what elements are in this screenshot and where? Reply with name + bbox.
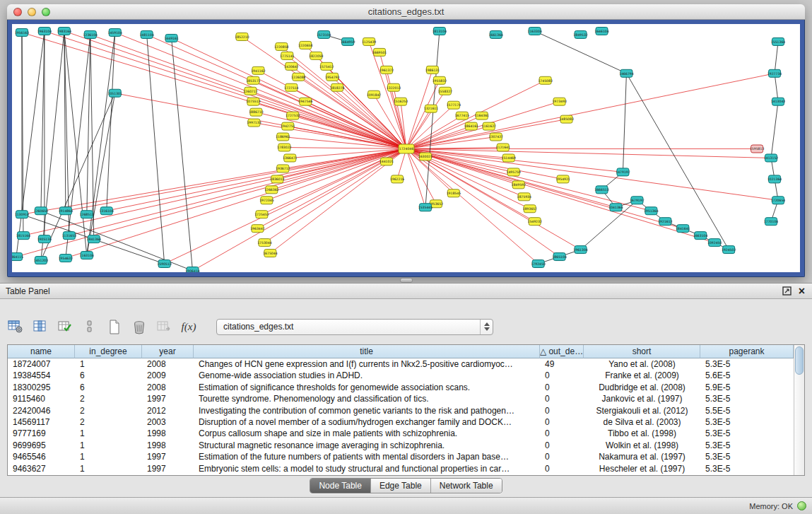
graph-node[interactable]: 1459104 xyxy=(108,28,122,36)
graph-node[interactable]: 1905134 xyxy=(37,235,52,243)
graph-node[interactable]: 1963447 xyxy=(250,225,264,233)
table-row[interactable]: 1872400712008Changes of HCN gene express… xyxy=(8,358,794,370)
graph-node[interactable]: 1775141 xyxy=(280,52,294,59)
graph-node[interactable]: 1679197 xyxy=(630,197,644,204)
table-settings-icon[interactable] xyxy=(7,318,24,335)
graph-node[interactable]: 1577174 xyxy=(447,101,461,109)
graph-node[interactable]: 1322013 xyxy=(387,83,401,91)
graph-node[interactable]: 1646104 xyxy=(594,27,608,35)
graph-node[interactable]: 1595813 xyxy=(750,145,764,153)
graph-node[interactable]: 1906414 xyxy=(185,267,199,272)
graph-node[interactable]: 1770104 xyxy=(764,218,778,226)
graph-node[interactable]: 1745083 xyxy=(538,76,552,84)
scrollbar-thumb[interactable] xyxy=(795,346,804,375)
graph-node[interactable]: 1675044 xyxy=(263,250,277,257)
graph-node[interactable]: 1727532 xyxy=(286,112,300,119)
graph-node[interactable]: 1266362 xyxy=(264,186,278,194)
graph-node[interactable]: 1021364 xyxy=(767,175,782,183)
graph-node[interactable]: 1307427 xyxy=(489,133,503,141)
graph-node[interactable]: 1951364 xyxy=(644,207,658,215)
tab-network-table[interactable]: Network Table xyxy=(430,479,502,493)
graph-edge-red[interactable] xyxy=(69,148,406,235)
graph-node[interactable]: 1936717 xyxy=(276,165,290,173)
graph-node[interactable]: 1954632 xyxy=(59,255,73,262)
graph-node[interactable]: 1963104 xyxy=(37,27,52,35)
window-titlebar[interactable]: citations_edges.txt xyxy=(7,4,805,20)
graph-node[interactable]: 1551364 xyxy=(771,37,785,45)
graph-node[interactable]: 1961372 xyxy=(379,66,394,74)
graph-node[interactable]: 1813104 xyxy=(433,27,447,35)
graph-node[interactable]: 1961304 xyxy=(573,246,587,254)
graph-edge-black[interactable] xyxy=(626,74,729,250)
graph-edge-black[interactable] xyxy=(16,31,45,257)
graph-edge-black[interactable] xyxy=(87,93,115,255)
graph-node[interactable]: 1664959 xyxy=(341,37,355,45)
graph-edge-red[interactable] xyxy=(406,148,683,228)
graph-node[interactable]: 1495759 xyxy=(507,168,521,176)
graph-node[interactable]: 1516253 xyxy=(394,98,408,105)
graph-node[interactable]: 1727514 xyxy=(284,83,298,91)
graph-node[interactable]: 1822058 xyxy=(309,52,323,59)
graph-node[interactable]: 1466794 xyxy=(619,69,633,77)
graph-node[interactable]: 1558327 xyxy=(438,87,452,95)
graph-node[interactable]: 1983164 xyxy=(57,27,71,35)
graph-node[interactable]: 1986131 xyxy=(425,66,440,74)
graph-node[interactable]: 1956163 xyxy=(15,28,29,36)
graph-node[interactable]: 1875934 xyxy=(517,193,531,201)
graph-node[interactable]: 1364115 xyxy=(12,253,23,261)
graph-node[interactable]: 1942751 xyxy=(281,122,295,130)
table-select-dropdown[interactable]: citations_edges.txt xyxy=(216,319,493,335)
float-panel-icon[interactable] xyxy=(782,286,792,296)
graph-node[interactable]: 1164361 xyxy=(475,112,489,119)
graph-node[interactable]: 1927734 xyxy=(767,69,782,77)
graph-node[interactable]: 1865104 xyxy=(552,253,566,261)
graph-node[interactable]: 1413043 xyxy=(771,98,785,105)
table-validate-icon[interactable] xyxy=(57,318,73,335)
graph-node[interactable]: 1130914 xyxy=(15,211,29,218)
graph-edge-black[interactable] xyxy=(172,38,193,271)
graph-node[interactable]: 1091847 xyxy=(367,90,381,98)
import-table-icon[interactable] xyxy=(155,318,172,335)
graph-node[interactable]: 1163304 xyxy=(527,27,541,35)
column-header[interactable]: name xyxy=(8,345,75,358)
graph-node[interactable]: 1954793 xyxy=(325,73,339,81)
column-header[interactable]: pagerank xyxy=(700,345,794,358)
graph-node[interactable]: 1864161 xyxy=(464,122,478,130)
graph-node[interactable]: 1841364 xyxy=(87,235,101,243)
graph-node[interactable]: 1041364 xyxy=(608,204,623,211)
graph-node[interactable]: 1186962 xyxy=(276,133,290,141)
graph-node[interactable]: 1792450 xyxy=(531,260,545,268)
graph-node[interactable]: 1420647 xyxy=(284,62,298,70)
graph-node[interactable]: 1997133 xyxy=(247,119,261,127)
graph-node[interactable]: 1630021 xyxy=(418,153,433,160)
graph-node[interactable]: 1451203 xyxy=(34,257,48,264)
graph-node[interactable]: 1366471 xyxy=(283,154,297,162)
graph-node[interactable]: 1818278 xyxy=(330,83,344,91)
graph-node[interactable]: 1815164 xyxy=(16,232,30,240)
function-builder-icon[interactable]: f(x) xyxy=(180,318,197,335)
graph-node[interactable]: 1220858 xyxy=(274,42,288,50)
close-panel-icon[interactable]: × xyxy=(799,286,805,296)
graph-edge-red[interactable] xyxy=(291,66,406,149)
table-row[interactable]: 1830029562008Estimation of significance … xyxy=(8,382,794,393)
graph-node[interactable]: 1485083 xyxy=(559,115,573,123)
graph-edge-black[interactable] xyxy=(775,42,778,74)
graph-edge-red[interactable] xyxy=(66,148,406,258)
graph-edge-red[interactable] xyxy=(406,148,581,250)
graph-node[interactable]: 1226088 xyxy=(291,73,305,81)
graph-edge-red[interactable] xyxy=(147,35,406,149)
graph-node[interactable]: 1131653 xyxy=(62,232,76,240)
graph-node[interactable]: 1125439 xyxy=(362,37,376,45)
graph-node[interactable]: 1075513 xyxy=(246,98,260,105)
column-header[interactable]: title xyxy=(194,345,540,358)
table-row[interactable]: 977716911998Corpus callosum shape and si… xyxy=(8,428,794,439)
graph-node[interactable]: 1163104 xyxy=(80,252,94,259)
table-row[interactable]: 1456911722003Disruption of a novel membe… xyxy=(8,416,794,428)
graph-node[interactable]: 1449161 xyxy=(164,34,178,42)
graph-node[interactable]: 1161627 xyxy=(482,122,496,130)
delete-icon[interactable] xyxy=(131,318,148,335)
graph-node[interactable]: 1841641 xyxy=(676,225,690,233)
table-row[interactable]: 946554611997Estimation of the future num… xyxy=(8,451,794,462)
graph-edge-black[interactable] xyxy=(771,102,778,158)
graph-node[interactable]: 1753044 xyxy=(257,239,271,247)
